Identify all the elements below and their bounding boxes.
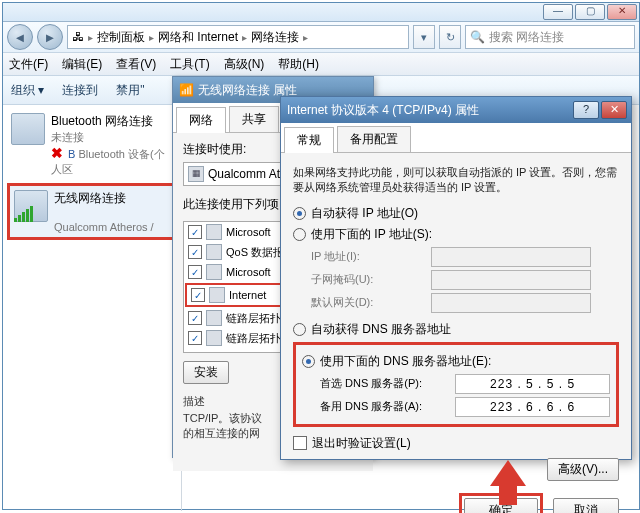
breadcrumb-part[interactable]: 网络和 Internet: [158, 29, 238, 46]
adapter-icon: 📶: [179, 83, 194, 97]
device-detail: Qualcomm Atheros /: [54, 221, 154, 233]
breadcrumb-icon: 🖧: [72, 30, 84, 44]
signal-icon: [14, 206, 33, 222]
cancel-button[interactable]: 取消: [553, 498, 619, 513]
device-status: 未连接: [51, 130, 175, 145]
lltd-icon: [206, 330, 222, 346]
menu-view[interactable]: 查看(V): [116, 56, 156, 73]
radio-icon: [293, 207, 306, 220]
close-button[interactable]: ✕: [601, 101, 627, 119]
lltd-icon: [206, 310, 222, 326]
tabs: 常规 备用配置: [281, 123, 631, 153]
ipv4-properties-dialog: Internet 协议版本 4 (TCP/IPv4) 属性 ? ✕ 常规 备用配…: [280, 96, 632, 460]
disabled-icon: ✖: [51, 145, 63, 161]
checkbox-icon[interactable]: ✓: [188, 331, 202, 345]
tab-general[interactable]: 常规: [284, 127, 334, 153]
gateway-input: [431, 293, 591, 313]
tab-network[interactable]: 网络: [176, 107, 226, 133]
radio-manual-ip[interactable]: 使用下面的 IP 地址(S):: [293, 226, 619, 243]
device-icon: [14, 190, 48, 222]
minimize-button[interactable]: —: [543, 4, 573, 20]
qos-icon: [206, 244, 222, 260]
refresh-button[interactable]: ↻: [439, 25, 461, 49]
radio-icon: [293, 228, 306, 241]
menu-file[interactable]: 文件(F): [9, 56, 48, 73]
protocol-icon: [209, 287, 225, 303]
breadcrumb[interactable]: 🖧▸ 控制面板▸ 网络和 Internet▸ 网络连接▸: [67, 25, 409, 49]
checkbox-icon[interactable]: ✓: [188, 245, 202, 259]
alternate-dns-input[interactable]: 223 . 6 . 6 . 6: [455, 397, 610, 417]
ip-address-input: [431, 247, 591, 267]
menu-advanced[interactable]: 高级(N): [224, 56, 265, 73]
dropdown-button[interactable]: ▾: [413, 25, 435, 49]
nav-row: ◄ ► 🖧▸ 控制面板▸ 网络和 Internet▸ 网络连接▸ ▾ ↻ 🔍 搜…: [3, 22, 639, 53]
menu-help[interactable]: 帮助(H): [278, 56, 319, 73]
search-input[interactable]: 🔍 搜索 网络连接: [465, 25, 635, 49]
back-button[interactable]: ◄: [7, 24, 33, 50]
toolbar-organize[interactable]: 组织 ▾: [11, 82, 44, 99]
device-item-bluetooth[interactable]: Bluetooth 网络连接 未连接 ✖ B Bluetooth 设备(个人区: [3, 109, 181, 181]
tab-sharing[interactable]: 共享: [229, 106, 279, 132]
nic-icon: ▦: [188, 166, 204, 182]
forward-button[interactable]: ►: [37, 24, 63, 50]
breadcrumb-part[interactable]: 网络连接: [251, 29, 299, 46]
menu-tools[interactable]: 工具(T): [170, 56, 209, 73]
advanced-button[interactable]: 高级(V)...: [547, 458, 619, 481]
checkbox-icon[interactable]: ✓: [188, 311, 202, 325]
maximize-button[interactable]: ▢: [575, 4, 605, 20]
preferred-dns-label: 首选 DNS 服务器(P):: [320, 376, 455, 391]
client-icon: [206, 224, 222, 240]
gateway-label: 默认网关(D):: [311, 295, 431, 310]
search-placeholder: 搜索 网络连接: [489, 29, 564, 46]
dns-highlight-box: 使用下面的 DNS 服务器地址(E): 首选 DNS 服务器(P):223 . …: [293, 342, 619, 427]
toolbar-disable[interactable]: 禁用": [116, 82, 144, 99]
annotation-arrow-icon: [490, 460, 526, 486]
device-name: 无线网络连接: [54, 190, 154, 207]
dialog-body: 如果网络支持此功能，则可以获取自动指派的 IP 设置。否则，您需要从网络系统管理…: [281, 153, 631, 513]
search-icon: 🔍: [470, 30, 485, 44]
subnet-mask-input: [431, 270, 591, 290]
device-icon: [11, 113, 45, 145]
toolbar-connect[interactable]: 连接到: [62, 82, 98, 99]
subnet-mask-label: 子网掩码(U):: [311, 272, 431, 287]
adapter-name: Qualcomm At: [208, 167, 280, 181]
alternate-dns-label: 备用 DNS 服务器(A):: [320, 399, 455, 414]
breadcrumb-part[interactable]: 控制面板: [97, 29, 145, 46]
menu-edit[interactable]: 编辑(E): [62, 56, 102, 73]
radio-icon: [302, 355, 315, 368]
dialog-title: Internet 协议版本 4 (TCP/IPv4) 属性 ? ✕: [281, 97, 631, 123]
ip-address-label: IP 地址(I):: [311, 249, 431, 264]
radio-auto-dns[interactable]: 自动获得 DNS 服务器地址: [293, 321, 619, 338]
radio-manual-dns[interactable]: 使用下面的 DNS 服务器地址(E):: [302, 353, 610, 370]
install-button[interactable]: 安装: [183, 361, 229, 384]
client-icon: [206, 264, 222, 280]
tab-alternate[interactable]: 备用配置: [337, 126, 411, 152]
preferred-dns-input[interactable]: 223 . 5 . 5 . 5: [455, 374, 610, 394]
radio-icon: [293, 323, 306, 336]
menubar: 文件(F) 编辑(E) 查看(V) 工具(T) 高级(N) 帮助(H): [3, 53, 639, 76]
titlebar: — ▢ ✕: [3, 3, 639, 22]
validate-checkbox[interactable]: 退出时验证设置(L): [293, 435, 619, 452]
checkbox-icon[interactable]: ✓: [188, 225, 202, 239]
device-item-wireless[interactable]: 无线网络连接 Qualcomm Atheros /: [7, 183, 177, 240]
device-list: Bluetooth 网络连接 未连接 ✖ B Bluetooth 设备(个人区 …: [3, 105, 182, 511]
checkbox-icon[interactable]: ✓: [191, 288, 205, 302]
checkbox-icon[interactable]: ✓: [188, 265, 202, 279]
radio-auto-ip[interactable]: 自动获得 IP 地址(O): [293, 205, 619, 222]
checkbox-icon: [293, 436, 307, 450]
help-button[interactable]: ?: [573, 101, 599, 119]
info-text: 如果网络支持此功能，则可以获取自动指派的 IP 设置。否则，您需要从网络系统管理…: [293, 165, 619, 195]
device-name: Bluetooth 网络连接: [51, 113, 175, 130]
close-button[interactable]: ✕: [607, 4, 637, 20]
